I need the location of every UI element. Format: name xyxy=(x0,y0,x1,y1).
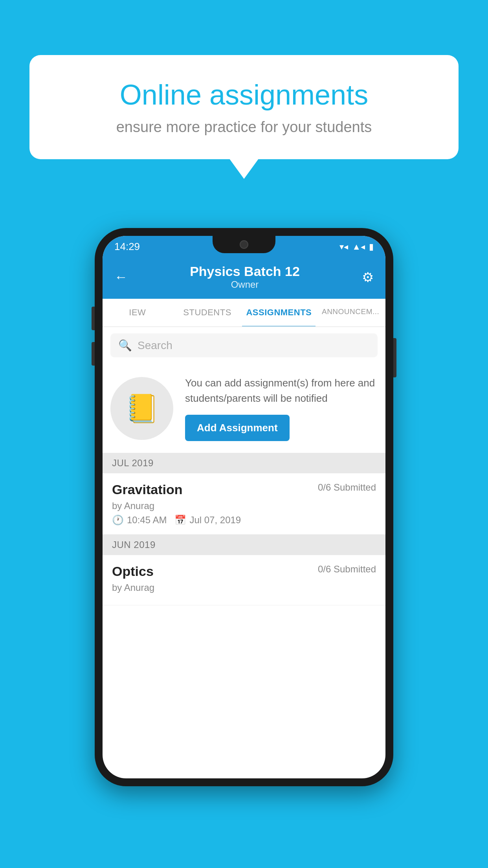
tab-assignments[interactable]: ASSIGNMENTS xyxy=(242,299,316,326)
volume-up-button xyxy=(92,307,95,330)
empty-state-icon-circle: 📒 xyxy=(110,377,173,440)
tab-students[interactable]: STUDENTS xyxy=(172,299,242,326)
search-bar[interactable]: 🔍 Search xyxy=(110,333,378,357)
empty-state-content: You can add assignment(s) from here and … xyxy=(185,375,378,441)
speech-bubble-subtitle: ensure more practice for your students xyxy=(57,119,431,136)
assignment-author: by Anurag xyxy=(112,500,376,511)
tab-bar: IEW STUDENTS ASSIGNMENTS ANNOUNCEM... xyxy=(103,299,385,327)
assignment-title-optics: Optics xyxy=(112,564,154,579)
volume-down-button xyxy=(92,342,95,366)
phone-frame: 14:29 ▾◂ ▲◂ ▮ ← Physics Batch 12 Owner ⚙… xyxy=(95,228,393,786)
wifi-icon: ▾◂ xyxy=(339,242,348,252)
assignment-submitted-optics: 0/6 Submitted xyxy=(318,564,376,575)
search-placeholder: Search xyxy=(138,339,172,352)
battery-icon: ▮ xyxy=(369,242,374,252)
assignment-time-value: 10:45 AM xyxy=(127,515,167,526)
month-separator-jun: JUN 2019 xyxy=(103,535,385,555)
assignment-header-optics: Optics 0/6 Submitted xyxy=(112,564,376,579)
phone-screen: 14:29 ▾◂ ▲◂ ▮ ← Physics Batch 12 Owner ⚙… xyxy=(103,236,385,778)
status-icons: ▾◂ ▲◂ ▮ xyxy=(339,242,374,252)
batch-title: Physics Batch 12 xyxy=(190,264,300,279)
assignment-submitted: 0/6 Submitted xyxy=(318,482,376,493)
signal-icon: ▲◂ xyxy=(352,242,365,252)
search-icon: 🔍 xyxy=(118,339,132,352)
phone-notch xyxy=(213,236,275,253)
tab-announcements[interactable]: ANNOUNCEM... xyxy=(316,299,385,326)
assignment-time: 🕐 10:45 AM xyxy=(112,515,167,526)
header-center: Physics Batch 12 Owner xyxy=(190,264,300,290)
search-container: 🔍 Search xyxy=(103,327,385,364)
clock-icon: 🕐 xyxy=(112,515,124,526)
speech-bubble-container: Online assignments ensure more practice … xyxy=(29,55,459,159)
phone-camera xyxy=(240,240,248,249)
tab-iew[interactable]: IEW xyxy=(103,299,172,326)
assignment-title: Gravitation xyxy=(112,482,182,497)
add-assignment-button[interactable]: Add Assignment xyxy=(185,415,290,441)
phone-container: 14:29 ▾◂ ▲◂ ▮ ← Physics Batch 12 Owner ⚙… xyxy=(95,228,393,786)
speech-bubble: Online assignments ensure more practice … xyxy=(29,55,459,159)
header-role: Owner xyxy=(190,279,300,290)
assignment-item-gravitation[interactable]: Gravitation 0/6 Submitted by Anurag 🕐 10… xyxy=(103,473,385,535)
calendar-icon: 📅 xyxy=(174,515,186,526)
back-button[interactable]: ← xyxy=(114,269,128,285)
assignment-meta: 🕐 10:45 AM 📅 Jul 07, 2019 xyxy=(112,515,376,526)
assignment-header: Gravitation 0/6 Submitted xyxy=(112,482,376,497)
settings-icon[interactable]: ⚙ xyxy=(362,269,374,285)
power-button xyxy=(393,338,396,377)
month-separator-jul: JUL 2019 xyxy=(103,453,385,473)
empty-state: 📒 You can add assignment(s) from here an… xyxy=(103,364,385,453)
speech-bubble-title: Online assignments xyxy=(57,79,431,111)
assignment-author-optics: by Anurag xyxy=(112,582,376,593)
notebook-icon: 📒 xyxy=(125,392,159,425)
assignment-date: 📅 Jul 07, 2019 xyxy=(174,515,241,526)
assignment-date-value: Jul 07, 2019 xyxy=(189,515,241,526)
assignment-item-optics[interactable]: Optics 0/6 Submitted by Anurag xyxy=(103,555,385,605)
status-time: 14:29 xyxy=(114,241,140,253)
app-header: ← Physics Batch 12 Owner ⚙ xyxy=(103,257,385,299)
empty-state-description: You can add assignment(s) from here and … xyxy=(185,375,378,406)
